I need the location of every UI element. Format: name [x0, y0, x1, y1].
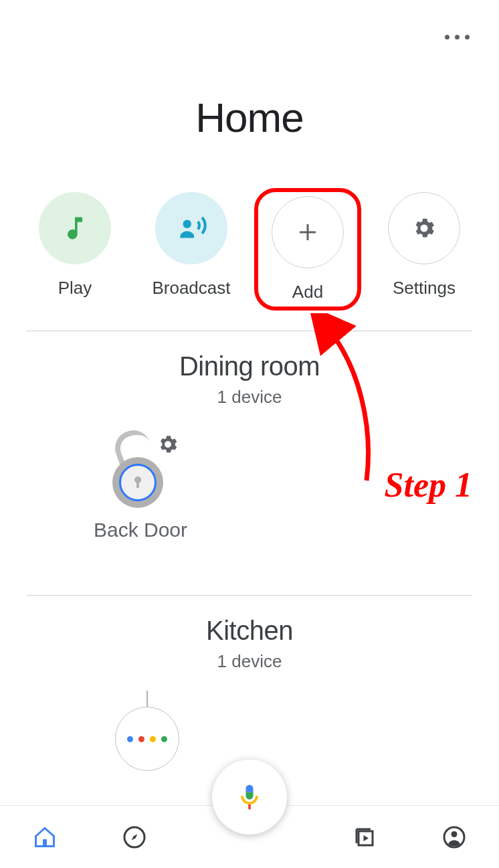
nav-account[interactable]	[439, 822, 469, 852]
svg-rect-2	[136, 481, 139, 488]
add-button[interactable]: Add	[254, 188, 361, 311]
nav-home[interactable]	[30, 822, 60, 852]
more-menu-button[interactable]	[445, 35, 470, 39]
svg-point-0	[183, 220, 192, 229]
device-back-door[interactable]: Back Door	[67, 428, 214, 541]
gear-icon	[388, 192, 460, 264]
svg-point-7	[452, 831, 458, 837]
microphone-icon	[235, 782, 264, 812]
room-title: Kitchen	[27, 616, 472, 646]
nav-media[interactable]	[350, 822, 379, 852]
room-device-count: 1 device	[27, 387, 472, 408]
music-note-icon	[39, 192, 111, 264]
svg-rect-3	[43, 839, 47, 847]
broadcast-icon	[155, 192, 227, 264]
google-home-mini-icon	[115, 707, 179, 771]
voice-assistant-button[interactable]	[212, 760, 287, 835]
device-google-mini[interactable]	[94, 691, 201, 771]
page-title: Home	[0, 94, 499, 141]
room-title: Dining room	[27, 351, 472, 381]
compass-icon	[122, 825, 146, 849]
quick-actions-row: Play Broadcast Add Settings	[0, 161, 499, 331]
home-icon	[33, 825, 57, 849]
play-button[interactable]: Play	[21, 188, 128, 311]
plus-icon	[272, 196, 344, 268]
room-kitchen: Kitchen 1 device	[0, 596, 499, 784]
broadcast-button[interactable]: Broadcast	[138, 188, 245, 311]
nav-discover[interactable]	[120, 822, 149, 852]
account-icon	[442, 825, 466, 849]
lock-icon	[100, 428, 181, 508]
device-settings-gear-icon[interactable]	[157, 433, 179, 458]
top-bar	[0, 0, 499, 74]
media-library-icon	[353, 825, 377, 849]
settings-button[interactable]: Settings	[371, 188, 478, 311]
room-device-count: 1 device	[27, 651, 472, 672]
device-label: Back Door	[94, 519, 187, 541]
room-dining: Dining room 1 device Back Door	[0, 331, 499, 555]
annotation-step-label: Step 1	[385, 465, 472, 505]
